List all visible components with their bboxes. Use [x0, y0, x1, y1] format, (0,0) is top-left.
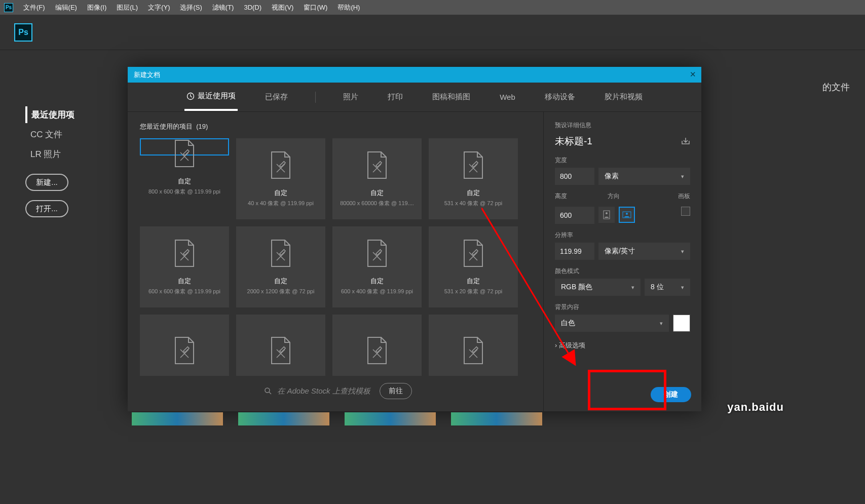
- preset-card[interactable]: 自定40 x 40 像素 @ 119.99 ppi: [236, 138, 325, 219]
- stock-go-button[interactable]: 前往: [380, 383, 412, 399]
- background-value: 白色: [561, 319, 575, 328]
- search-icon: [264, 387, 272, 395]
- preset-meta: 531 x 40 像素 @ 72 ppi: [444, 200, 503, 207]
- menu-layer[interactable]: 图层(L): [117, 3, 138, 12]
- svg-point-16: [606, 212, 608, 214]
- background-select[interactable]: 白色▾: [555, 315, 669, 332]
- preset-meta: 531 x 20 像素 @ 72 ppi: [444, 288, 503, 295]
- open-button[interactable]: 打开...: [25, 200, 68, 217]
- stock-placeholder: 在 Adobe Stock 上查找模板: [277, 386, 370, 396]
- start-sidebar: 最近使用项 CC 文件 LR 照片 新建... 打开...: [25, 106, 106, 217]
- menu-select[interactable]: 选择(S): [180, 3, 202, 12]
- preset-meta: 80000 x 60000 像素 @ 119....: [340, 200, 414, 207]
- bg-text: 的文件: [822, 81, 850, 93]
- close-icon[interactable]: ✕: [690, 70, 696, 79]
- width-label: 宽度: [555, 156, 690, 165]
- advanced-label: 高级选项: [559, 341, 585, 349]
- logo-bar: Ps: [0, 15, 865, 50]
- thumb: [451, 412, 542, 425]
- details-header: 预设详细信息: [555, 121, 690, 130]
- separator: [315, 92, 316, 103]
- preset-card[interactable]: 自定2000 x 1200 像素 @ 72 ppi: [236, 226, 325, 307]
- preset-details-panel: 预设详细信息 未标题-1 宽度 像素▾ 高度 方向 画板 分辨率: [543, 112, 701, 411]
- tab-saved[interactable]: 已保存: [263, 92, 290, 110]
- artboard-checkbox[interactable]: [681, 207, 690, 216]
- dialog-title-bar: 新建文档 ✕: [128, 67, 701, 83]
- preset-card[interactable]: 自定531 x 20 像素 @ 72 ppi: [429, 226, 518, 307]
- new-document-dialog: 新建文档 ✕ 最近使用项 已保存 照片 打印 图稿和插图 Web 移动设备 胶片…: [128, 67, 701, 411]
- sidebar-lr-photos[interactable]: LR 照片: [25, 146, 106, 163]
- resolution-unit-select[interactable]: 像素/英寸▾: [598, 243, 690, 260]
- menu-edit[interactable]: 编辑(E): [55, 3, 77, 12]
- artboard-label: 画板: [678, 192, 690, 201]
- menu-image[interactable]: 图像(I): [87, 3, 106, 12]
- height-input[interactable]: [555, 207, 594, 224]
- document-icon: [462, 151, 484, 179]
- resolution-input[interactable]: [555, 243, 594, 260]
- document-icon: [366, 336, 388, 365]
- document-icon: [173, 239, 196, 267]
- preset-name: 自定: [370, 277, 384, 286]
- preset-meta: 800 x 600 像素 @ 119.99 ppi: [148, 188, 220, 196]
- resolution-label: 分辨率: [555, 231, 690, 240]
- chevron-down-icon: ▾: [681, 284, 684, 291]
- orientation-portrait[interactable]: [598, 207, 615, 223]
- menu-filter[interactable]: 滤镜(T): [212, 3, 234, 12]
- tab-web[interactable]: Web: [498, 93, 517, 109]
- recent-header-text: 您最近使用的项目: [140, 123, 193, 130]
- preset-card[interactable]: [140, 315, 229, 376]
- menu-view[interactable]: 视图(V): [272, 3, 293, 12]
- tab-print[interactable]: 打印: [386, 92, 405, 110]
- create-button[interactable]: 创建: [651, 387, 691, 402]
- tab-recent-label: 最近使用项: [198, 91, 236, 101]
- width-input[interactable]: [555, 168, 594, 185]
- category-tabs: 最近使用项 已保存 照片 打印 图稿和插图 Web 移动设备 胶片和视频: [128, 83, 701, 112]
- tab-film[interactable]: 胶片和视频: [603, 92, 645, 110]
- menu-help[interactable]: 帮助(H): [337, 3, 360, 12]
- tab-photo[interactable]: 照片: [341, 92, 360, 110]
- preset-name: 自定: [370, 188, 384, 198]
- preset-name: 自定: [178, 177, 191, 186]
- preset-grid[interactable]: 自定800 x 600 像素 @ 119.99 ppi自定40 x 40 像素 …: [140, 138, 536, 376]
- menu-3d[interactable]: 3D(D): [244, 4, 261, 11]
- width-unit-select[interactable]: 像素▾: [598, 168, 690, 185]
- stock-bar: 在 Adobe Stock 上查找模板 前往: [140, 376, 536, 406]
- document-icon: [462, 336, 484, 365]
- preset-card[interactable]: 自定800 x 600 像素 @ 119.99 ppi: [140, 138, 229, 156]
- thumb: [238, 412, 329, 425]
- color-bits-value: 8 位: [651, 283, 664, 292]
- document-icon: [270, 151, 292, 179]
- preset-card[interactable]: 自定531 x 40 像素 @ 72 ppi: [429, 138, 518, 219]
- preset-name: 自定: [178, 277, 191, 286]
- document-icon: [366, 151, 388, 179]
- color-mode-select[interactable]: RGB 颜色▾: [555, 279, 641, 296]
- advanced-toggle[interactable]: › 高级选项: [555, 341, 690, 350]
- preset-card[interactable]: 自定80000 x 60000 像素 @ 119....: [332, 138, 422, 219]
- tab-mobile[interactable]: 移动设备: [543, 92, 577, 110]
- preset-card[interactable]: 自定600 x 600 像素 @ 119.99 ppi: [140, 226, 229, 307]
- sidebar-cc-files[interactable]: CC 文件: [25, 126, 106, 143]
- sidebar-recent[interactable]: 最近使用项: [25, 106, 106, 123]
- height-label: 高度: [555, 192, 594, 201]
- preset-card[interactable]: [332, 315, 422, 376]
- orientation-landscape[interactable]: [619, 207, 635, 223]
- menu-file[interactable]: 文件(F): [23, 3, 45, 12]
- preset-card[interactable]: 自定600 x 400 像素 @ 119.99 ppi: [332, 226, 422, 307]
- recent-header: 您最近使用的项目 (19): [140, 122, 536, 131]
- new-button[interactable]: 新建...: [25, 174, 68, 191]
- svg-point-18: [626, 213, 628, 215]
- save-preset-icon[interactable]: [681, 137, 690, 146]
- preset-card[interactable]: [429, 315, 518, 376]
- tab-art[interactable]: 图稿和插图: [430, 92, 472, 110]
- menu-type[interactable]: 文字(Y): [148, 3, 170, 12]
- tab-recent[interactable]: 最近使用项: [184, 91, 238, 111]
- app-logo: Ps: [14, 23, 32, 42]
- resolution-unit-label: 像素/英寸: [605, 247, 635, 256]
- color-bits-select[interactable]: 8 位▾: [645, 279, 690, 296]
- preset-card[interactable]: [236, 315, 325, 376]
- preset-name: 自定: [274, 188, 287, 198]
- doc-title[interactable]: 未标题-1: [555, 135, 592, 148]
- stock-search[interactable]: 在 Adobe Stock 上查找模板: [264, 386, 370, 396]
- background-swatch[interactable]: [673, 315, 690, 332]
- menu-window[interactable]: 窗口(W): [304, 3, 327, 12]
